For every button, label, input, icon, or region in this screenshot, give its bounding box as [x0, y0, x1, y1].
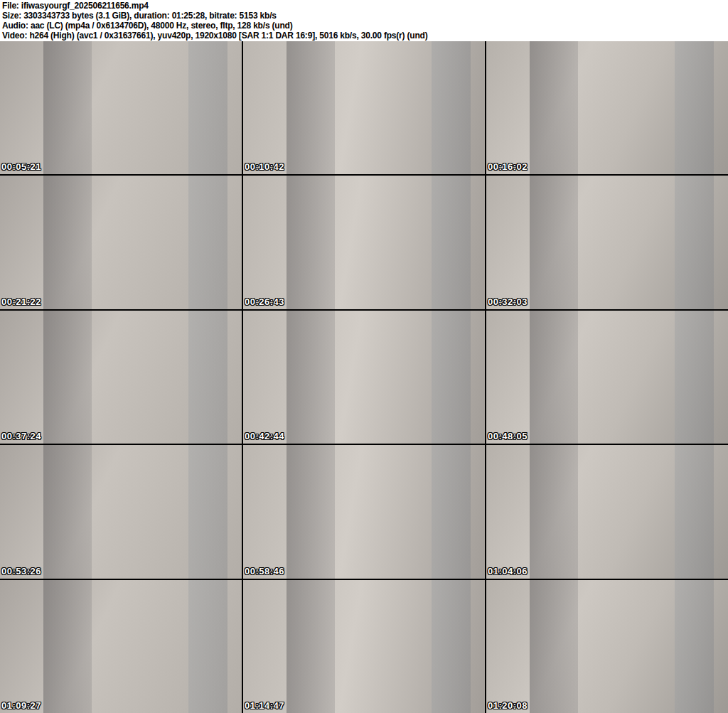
file-name-line: File: ifiwasyourgf_202506211656.mp4 [2, 1, 727, 11]
video-thumbnail[interactable]: 00:10:42 [243, 41, 485, 174]
video-thumbnail[interactable]: 00:37:24 [0, 311, 242, 444]
video-thumbnail[interactable]: 00:58:46 [243, 445, 485, 578]
video-thumbnail[interactable]: 01:14:47 [243, 580, 485, 713]
timestamp-overlay: 01:04:06 [488, 566, 528, 577]
timestamp-overlay: 00:42:44 [245, 431, 284, 441]
timestamp-overlay: 00:32:03 [488, 296, 528, 307]
timestamp-overlay: 00:21:22 [1, 296, 41, 307]
timestamp-overlay: 00:53:26 [1, 566, 41, 577]
timestamp-overlay: 00:58:46 [245, 566, 284, 577]
timestamp-overlay: 00:37:24 [1, 431, 41, 441]
video-thumbnail[interactable]: 00:42:44 [243, 311, 485, 444]
video-thumbnail[interactable]: 00:05:21 [0, 41, 242, 174]
video-thumbnail[interactable]: 00:16:02 [486, 41, 728, 174]
video-thumbnail[interactable]: 01:20:08 [486, 580, 728, 713]
video-info-line: Video: h264 (High) (avc1 / 0x31637661), … [2, 31, 727, 41]
timestamp-overlay: 00:05:21 [1, 161, 41, 172]
file-size-line: Size: 3303343733 bytes (3.1 GiB), durati… [2, 11, 727, 21]
audio-info-line: Audio: aac (LC) (mp4a / 0x6134706D), 480… [2, 21, 727, 31]
thumbnail-grid: 00:05:21 00:10:42 00:16:02 00:21:22 00:2… [0, 41, 728, 713]
video-thumbnail[interactable]: 00:32:03 [486, 176, 728, 309]
contact-sheet: File: ifiwasyourgf_202506211656.mp4 Size… [0, 0, 728, 713]
timestamp-overlay: 01:09:27 [1, 700, 41, 711]
video-thumbnail[interactable]: 00:53:26 [0, 445, 242, 578]
video-thumbnail[interactable]: 01:09:27 [0, 580, 242, 713]
timestamp-overlay: 00:16:02 [488, 161, 528, 172]
timestamp-overlay: 01:14:47 [245, 700, 284, 711]
video-thumbnail[interactable]: 00:48:05 [486, 311, 728, 444]
metadata-header: File: ifiwasyourgf_202506211656.mp4 Size… [0, 0, 728, 41]
timestamp-overlay: 00:10:42 [245, 161, 284, 172]
timestamp-overlay: 01:20:08 [488, 700, 528, 711]
video-thumbnail[interactable]: 00:21:22 [0, 176, 242, 309]
timestamp-overlay: 00:48:05 [488, 431, 528, 441]
video-thumbnail[interactable]: 00:26:43 [243, 176, 485, 309]
video-thumbnail[interactable]: 01:04:06 [486, 445, 728, 578]
timestamp-overlay: 00:26:43 [245, 296, 284, 307]
